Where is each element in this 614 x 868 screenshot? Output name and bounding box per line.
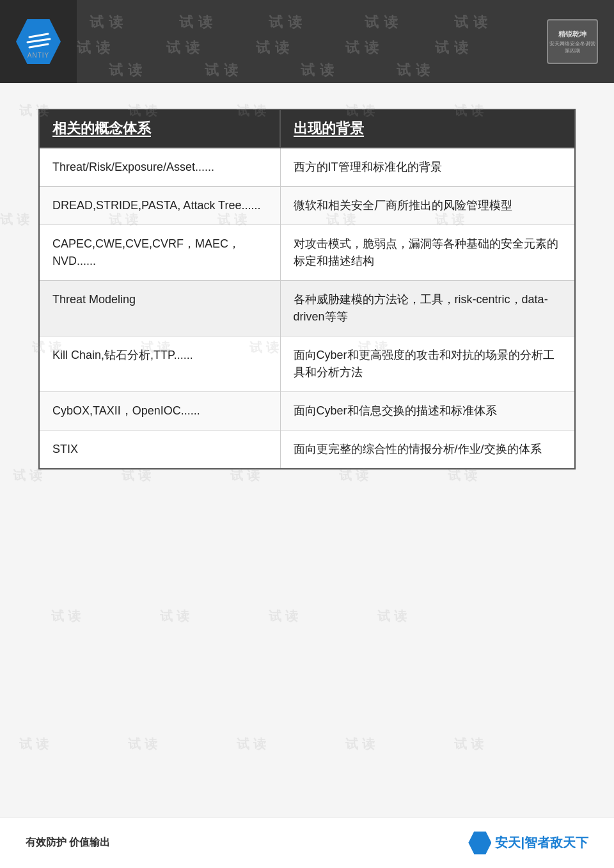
watermark-8: 试读 xyxy=(256,38,294,58)
table-cell-right-0: 西方的IT管理和标准化的背景 xyxy=(280,148,575,187)
table-cell-left-4: Kill Chain,钻石分析,TTP...... xyxy=(39,336,280,392)
main-content: 相关的概念体系 出现的背景 Threat/Risk/Exposure/Asset… xyxy=(0,83,614,817)
watermark-6: 试读 xyxy=(77,38,115,58)
table-cell-left-2: CAPEC,CWE,CVE,CVRF，MAEC，NVD...... xyxy=(39,225,280,281)
col1-header: 相关的概念体系 xyxy=(39,109,280,148)
watermark-9: 试读 xyxy=(345,38,384,58)
table-cell-left-3: Threat Modeling xyxy=(39,281,280,336)
header-right-logo: 精锐乾坤 安天网络安全冬训营第四期 xyxy=(531,0,614,83)
table-cell-right-6: 面向更完整的综合性的情报分析/作业/交换的体系 xyxy=(280,430,575,470)
footer: 有效防护 价值输出 安天|智者敌天下 xyxy=(0,817,614,868)
table-cell-left-6: STIX xyxy=(39,430,280,470)
table-cell-left-0: Threat/Risk/Exposure/Asset...... xyxy=(39,148,280,187)
main-table: 相关的概念体系 出现的背景 Threat/Risk/Exposure/Asset… xyxy=(38,109,576,470)
footer-right: 安天|智者敌天下 xyxy=(468,832,588,855)
table-row: STIX面向更完整的综合性的情报分析/作业/交换的体系 xyxy=(39,430,575,470)
header: ANTIY 试读 试读 试读 试读 试读 试读 试读 试读 试读 试读 试读 试… xyxy=(0,0,614,83)
footer-brand: 安天|智者敌天下 xyxy=(495,834,588,851)
watermark-5: 试读 xyxy=(454,13,492,32)
col2-header: 出现的背景 xyxy=(280,109,575,148)
watermark-11: 试读 xyxy=(109,61,147,80)
watermark-14: 试读 xyxy=(397,61,435,80)
watermark-13: 试读 xyxy=(301,61,339,80)
logo-area: ANTIY xyxy=(0,0,77,83)
table-cell-right-4: 面向Cyber和更高强度的攻击和对抗的场景的分析工具和分析方法 xyxy=(280,336,575,392)
table-cell-left-5: CybOX,TAXII，OpenIOC...... xyxy=(39,392,280,430)
table-row: Threat Modeling各种威胁建模的方法论，工具，risk-centri… xyxy=(39,281,575,336)
watermark-12: 试读 xyxy=(205,61,243,80)
watermark-3: 试读 xyxy=(269,13,307,32)
watermark-1: 试读 xyxy=(90,13,128,32)
table-cell-right-3: 各种威胁建模的方法论，工具，risk-centric，data-driven等等 xyxy=(280,281,575,336)
header-watermark-area: 试读 试读 试读 试读 试读 试读 试读 试读 试读 试读 试读 试读 试读 试… xyxy=(77,0,531,83)
svg-line-2 xyxy=(29,44,48,47)
table-cell-right-5: 面向Cyber和信息交换的描述和标准体系 xyxy=(280,392,575,430)
logo-text: ANTIY xyxy=(28,52,49,59)
svg-line-1 xyxy=(28,39,50,42)
table-cell-left-1: DREAD,STRIDE,PASTA, Attack Tree...... xyxy=(39,187,280,225)
watermark-2: 试读 xyxy=(179,13,217,32)
footer-hex-icon xyxy=(468,832,491,855)
footer-slogan: 有效防护 价值输出 xyxy=(26,836,110,849)
table-row: Threat/Risk/Exposure/Asset......西方的IT管理和… xyxy=(39,148,575,187)
watermark-10: 试读 xyxy=(435,38,473,58)
table-row: CybOX,TAXII，OpenIOC......面向Cyber和信息交换的描述… xyxy=(39,392,575,430)
footer-logo: 安天|智者敌天下 xyxy=(468,832,588,855)
watermark-4: 试读 xyxy=(365,13,403,32)
table-row: Kill Chain,钻石分析,TTP......面向Cyber和更高强度的攻击… xyxy=(39,336,575,392)
table-cell-right-1: 微软和相关安全厂商所推出的风险管理模型 xyxy=(280,187,575,225)
watermark-7: 试读 xyxy=(166,38,205,58)
right-logo-sub: 安天网络安全冬训营第四期 xyxy=(548,40,597,54)
right-logo-title: 精锐乾坤 xyxy=(548,29,597,39)
svg-line-0 xyxy=(29,34,48,37)
table-row: CAPEC,CWE,CVE,CVRF，MAEC，NVD......对攻击模式，脆… xyxy=(39,225,575,281)
table-cell-right-2: 对攻击模式，脆弱点，漏洞等各种基础的安全元素的标定和描述结构 xyxy=(280,225,575,281)
table-row: DREAD,STRIDE,PASTA, Attack Tree......微软和… xyxy=(39,187,575,225)
table-header-row: 相关的概念体系 出现的背景 xyxy=(39,109,575,148)
